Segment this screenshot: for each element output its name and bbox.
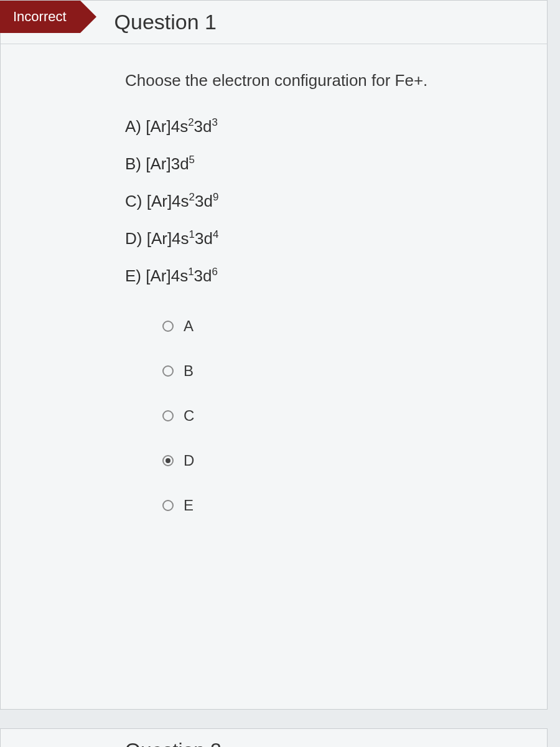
option-letter: E)	[125, 266, 146, 285]
question-card: Incorrect Question 1 Choose the electron…	[0, 0, 548, 710]
status-badge: Incorrect	[0, 1, 80, 33]
radio-icon[interactable]	[162, 321, 174, 332]
answer-label: E	[184, 497, 194, 514]
question-title: Question 1	[114, 10, 217, 34]
status-badge-label: Incorrect	[13, 9, 67, 25]
answer-choice-e[interactable]: E	[162, 497, 522, 514]
answer-choice-b[interactable]: B	[162, 362, 522, 380]
answer-list: ABCDE	[125, 317, 522, 514]
radio-icon[interactable]	[162, 500, 174, 511]
option-text-e: E) [Ar]4s13d6	[125, 266, 522, 287]
question-header: Incorrect Question 1	[1, 1, 547, 44]
radio-icon[interactable]	[162, 365, 174, 377]
option-config: [Ar]3d5	[146, 154, 195, 173]
option-text-c: C) [Ar]4s23d9	[125, 191, 522, 212]
option-config: [Ar]4s23d9	[147, 192, 219, 210]
radio-icon[interactable]	[162, 455, 174, 466]
answer-choice-d[interactable]: D	[162, 452, 522, 469]
answer-label: A	[184, 317, 194, 335]
option-config: [Ar]4s13d6	[146, 266, 218, 285]
option-letter: B)	[125, 154, 146, 173]
option-text-d: D) [Ar]4s13d4	[125, 228, 522, 250]
answer-label: C	[184, 407, 194, 425]
option-config: [Ar]4s13d4	[147, 229, 219, 248]
option-letter: A)	[125, 117, 146, 136]
question-body: Choose the electron configuration for Fe…	[1, 44, 547, 560]
next-question-card: Question 2	[0, 728, 548, 747]
answer-label: B	[184, 362, 194, 380]
next-question-title: Question 2	[125, 739, 222, 748]
option-letter: D)	[125, 229, 147, 248]
radio-icon[interactable]	[162, 410, 174, 421]
option-text-a: A) [Ar]4s23d3	[125, 116, 522, 138]
question-prompt: Choose the electron configuration for Fe…	[125, 69, 522, 92]
option-letter: C)	[125, 192, 147, 210]
option-text-b: B) [Ar]3d5	[125, 154, 522, 175]
answer-choice-a[interactable]: A	[162, 317, 522, 335]
option-config: [Ar]4s23d3	[146, 117, 218, 136]
answer-choice-c[interactable]: C	[162, 407, 522, 425]
answer-label: D	[184, 452, 194, 469]
